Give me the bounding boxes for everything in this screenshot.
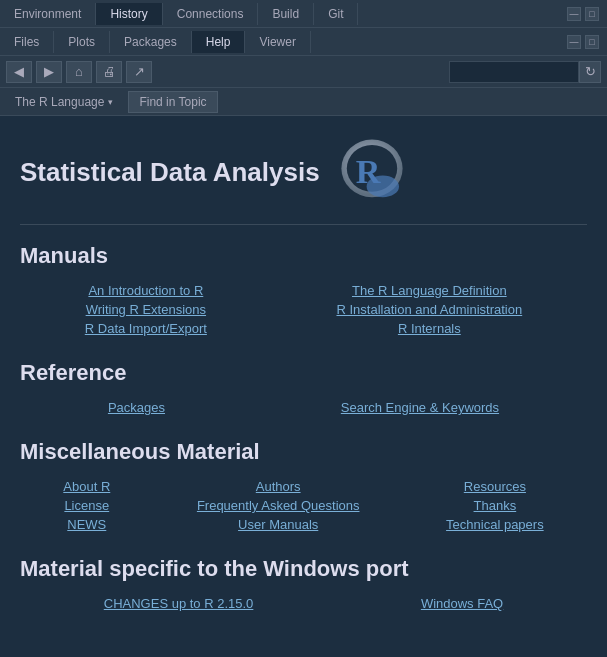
windows-left-col: CHANGES up to R 2.15.0 — [104, 596, 254, 611]
address-bar: The R Language ▾ Find in Topic — [0, 88, 607, 116]
tab-connections[interactable]: Connections — [163, 3, 259, 25]
misc-col3: Resources Thanks Technical papers — [446, 479, 544, 532]
maximize-button[interactable]: □ — [585, 7, 599, 21]
refresh-button[interactable]: ↻ — [579, 61, 601, 83]
link-intro-r[interactable]: An Introduction to R — [88, 283, 203, 298]
export-icon: ↗ — [134, 64, 145, 79]
manuals-header: Manuals — [20, 243, 587, 269]
manuals-grid: An Introduction to R Writing R Extension… — [20, 283, 587, 336]
window-controls-second: — □ — [567, 35, 607, 49]
export-button[interactable]: ↗ — [126, 61, 152, 83]
misc-grid: About R License NEWS Authors Frequently … — [20, 479, 587, 532]
link-changes[interactable]: CHANGES up to R 2.15.0 — [104, 596, 254, 611]
reference-section: Reference Packages Search Engine & Keywo… — [20, 360, 587, 415]
tab-environment[interactable]: Environment — [0, 3, 96, 25]
reference-grid: Packages Search Engine & Keywords — [20, 400, 587, 415]
link-windows-faq[interactable]: Windows FAQ — [421, 596, 503, 611]
home-button[interactable]: ⌂ — [66, 61, 92, 83]
forward-button[interactable]: ▶ — [36, 61, 62, 83]
tab-files[interactable]: Files — [0, 31, 54, 53]
misc-header: Miscellaneous Material — [20, 439, 587, 465]
svg-point-3 — [366, 176, 398, 198]
search-input[interactable] — [449, 61, 579, 83]
toolbar: ◀ ▶ ⌂ 🖨 ↗ ↻ — [0, 56, 607, 88]
link-technical-papers[interactable]: Technical papers — [446, 517, 544, 532]
minimize-button-2[interactable]: — — [567, 35, 581, 49]
link-user-manuals[interactable]: User Manuals — [238, 517, 318, 532]
main-content: Statistical Data Analysis R Manuals An I… — [0, 116, 607, 657]
link-news[interactable]: NEWS — [67, 517, 106, 532]
link-about-r[interactable]: About R — [63, 479, 110, 494]
link-packages[interactable]: Packages — [108, 400, 165, 415]
misc-col2: Authors Frequently Asked Questions User … — [197, 479, 360, 532]
link-writing-extensions[interactable]: Writing R Extensions — [86, 302, 206, 317]
link-r-internals[interactable]: R Internals — [398, 321, 461, 336]
link-faq[interactable]: Frequently Asked Questions — [197, 498, 360, 513]
top-tab-bar: Environment History Connections Build Gi… — [0, 0, 607, 28]
header-divider — [20, 224, 587, 225]
search-bar: ↻ — [449, 61, 601, 83]
maximize-button-2[interactable]: □ — [585, 35, 599, 49]
dropdown-label: The R Language — [15, 95, 104, 109]
link-license[interactable]: License — [64, 498, 109, 513]
tab-plots[interactable]: Plots — [54, 31, 110, 53]
manuals-left-col: An Introduction to R Writing R Extension… — [85, 283, 207, 336]
link-r-language-def[interactable]: The R Language Definition — [352, 283, 507, 298]
manuals-section: Manuals An Introduction to R Writing R E… — [20, 243, 587, 336]
page-title: Statistical Data Analysis — [20, 157, 320, 188]
back-button[interactable]: ◀ — [6, 61, 32, 83]
window-controls-top: — □ — [567, 7, 607, 21]
language-dropdown[interactable]: The R Language ▾ — [8, 92, 120, 112]
manuals-right-col: The R Language Definition R Installation… — [336, 283, 522, 336]
minimize-button[interactable]: — — [567, 7, 581, 21]
windows-grid: CHANGES up to R 2.15.0 Windows FAQ — [20, 596, 587, 611]
r-logo: R — [336, 136, 408, 208]
tab-packages[interactable]: Packages — [110, 31, 192, 53]
tab-git[interactable]: Git — [314, 3, 358, 25]
link-data-import[interactable]: R Data Import/Export — [85, 321, 207, 336]
misc-col1: About R License NEWS — [63, 479, 110, 532]
tab-build[interactable]: Build — [258, 3, 314, 25]
reference-header: Reference — [20, 360, 587, 386]
print-icon: 🖨 — [103, 64, 116, 79]
misc-section: Miscellaneous Material About R License N… — [20, 439, 587, 532]
link-authors[interactable]: Authors — [256, 479, 301, 494]
link-resources[interactable]: Resources — [464, 479, 526, 494]
reference-left-col: Packages — [108, 400, 165, 415]
tab-help[interactable]: Help — [192, 31, 246, 53]
tab-history[interactable]: History — [96, 3, 162, 25]
second-tab-bar: Files Plots Packages Help Viewer — □ — [0, 28, 607, 56]
link-search-engine[interactable]: Search Engine & Keywords — [341, 400, 499, 415]
link-thanks[interactable]: Thanks — [474, 498, 517, 513]
windows-section: Material specific to the Windows port CH… — [20, 556, 587, 611]
windows-header: Material specific to the Windows port — [20, 556, 587, 582]
find-topic-button[interactable]: Find in Topic — [128, 91, 217, 113]
print-button[interactable]: 🖨 — [96, 61, 122, 83]
windows-right-col: Windows FAQ — [421, 596, 503, 611]
link-r-installation[interactable]: R Installation and Administration — [336, 302, 522, 317]
reference-right-col: Search Engine & Keywords — [341, 400, 499, 415]
chevron-down-icon: ▾ — [108, 97, 113, 107]
tab-viewer[interactable]: Viewer — [245, 31, 310, 53]
r-header: Statistical Data Analysis R — [20, 136, 587, 208]
